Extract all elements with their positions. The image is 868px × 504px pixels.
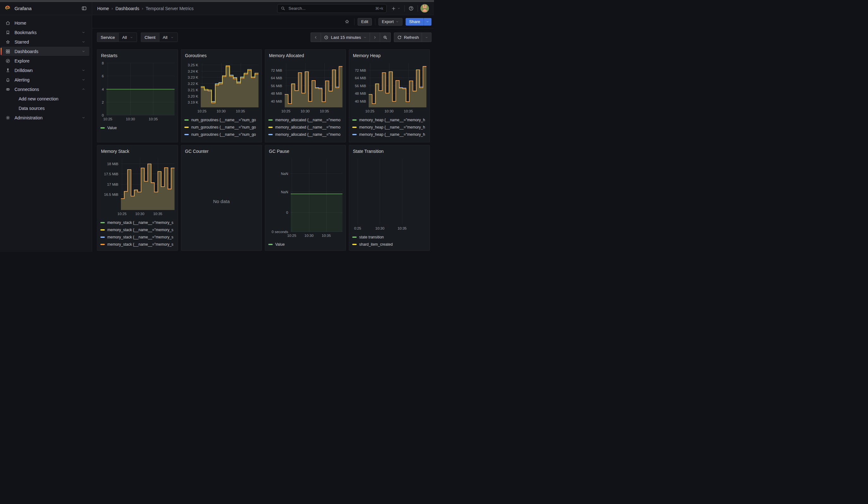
- x-axis: 10:2510:3010:35: [285, 109, 342, 114]
- sidebar-item-starred[interactable]: Starred: [1, 37, 89, 47]
- time-zoom-out-button[interactable]: [380, 32, 391, 42]
- plot-canvas[interactable]: [201, 63, 259, 107]
- chevron-down-icon[interactable]: [81, 30, 85, 34]
- time-range-picker[interactable]: Last 15 minutes: [321, 32, 370, 42]
- x-axis: 10:2510:3010:35: [291, 234, 342, 239]
- legend-item[interactable]: memory_heap {__name__="memory_h: [352, 131, 426, 138]
- sidebar-item-add-new-connection[interactable]: Add new connection: [1, 94, 89, 103]
- legend-item[interactable]: memory_stack {__name__="memory_s: [100, 219, 175, 226]
- legend-item[interactable]: num_goroutines {__name__="num_go: [184, 138, 259, 140]
- legend-series-label: num_goroutines {__name__="num_go: [191, 132, 256, 137]
- search-field[interactable]: [288, 6, 373, 11]
- plot-canvas[interactable]: [291, 159, 342, 232]
- legend-item[interactable]: Value: [100, 124, 175, 131]
- plot-canvas[interactable]: [285, 63, 342, 107]
- legend-item[interactable]: memory_allocated {__name__="memo: [268, 131, 342, 138]
- legend-item[interactable]: memory_allocated {__name__="memo: [268, 116, 342, 123]
- edit-button[interactable]: Edit: [358, 18, 372, 25]
- share-button[interactable]: Share: [406, 18, 424, 25]
- legend-series-label: memory_stack {__name__="memory_s: [107, 220, 173, 225]
- star-icon: [6, 40, 10, 44]
- panel-title[interactable]: Memory Stack: [100, 148, 175, 155]
- favorite-star-button[interactable]: [343, 18, 351, 25]
- sidebar-item-bookmarks[interactable]: Bookmarks: [1, 28, 89, 37]
- clock-icon: [324, 35, 329, 40]
- chevron-down-icon[interactable]: [81, 78, 85, 82]
- plot-canvas[interactable]: [106, 63, 175, 115]
- sidebar-item-connections[interactable]: Connections: [1, 85, 89, 94]
- chevron-down-icon: [425, 36, 428, 39]
- y-tick-label: 0 seconds: [272, 230, 288, 234]
- panel-title[interactable]: State Transition: [352, 148, 426, 155]
- x-tick-label: 0:25: [354, 226, 361, 230]
- sidebar-item-drilldown[interactable]: Drilldown: [1, 66, 89, 75]
- collapse-sidebar-button[interactable]: [81, 5, 87, 12]
- legend-series-marker: [100, 127, 105, 128]
- add-new-button[interactable]: [390, 5, 402, 12]
- legend-item[interactable]: memory_allocated {__name__="memo: [268, 123, 342, 131]
- panel-title[interactable]: Memory Allocated: [268, 52, 342, 59]
- legend-item[interactable]: memory_stack {__name__="memory_s: [100, 233, 175, 240]
- service-variable-select[interactable]: All: [118, 33, 137, 42]
- x-tick-label: 10:35: [149, 117, 158, 121]
- legend-item[interactable]: memory_heap {__name__="memory_h: [352, 138, 426, 140]
- client-variable-select[interactable]: All: [159, 33, 177, 42]
- share-menu-button[interactable]: [424, 18, 432, 25]
- y-tick-label: 0: [102, 113, 104, 117]
- plot-canvas[interactable]: [121, 159, 175, 210]
- time-back-button[interactable]: [311, 32, 321, 42]
- plot-area: 0 seconds0NaNNaN: [268, 159, 342, 232]
- legend-item[interactable]: memory_heap {__name__="memory_h: [352, 123, 426, 131]
- legend-item[interactable]: memory_stack {__name__="memory_s: [100, 240, 175, 248]
- panel-title[interactable]: GC Counter: [184, 148, 259, 155]
- plot-canvas[interactable]: [355, 159, 426, 225]
- sidebar-item-home[interactable]: Home: [1, 18, 89, 28]
- plot-canvas[interactable]: [369, 63, 426, 107]
- v-gridline: [402, 159, 402, 225]
- chevron-down-icon[interactable]: [81, 49, 85, 53]
- sidebar-item-explore[interactable]: Explore: [1, 56, 89, 65]
- legend-item[interactable]: memory_allocated {__name__="memo: [268, 138, 342, 140]
- breadcrumb-item[interactable]: Dashboards: [115, 6, 140, 11]
- y-tick-label: 3.21 K: [188, 88, 198, 92]
- top-navbar: Home›Dashboards›Temporal Server Metrics …: [92, 2, 434, 15]
- chevron-down-icon[interactable]: [81, 116, 85, 120]
- refresh-button[interactable]: Refresh: [394, 32, 422, 42]
- sidebar-item-administration[interactable]: Administration: [1, 113, 89, 122]
- legend-item[interactable]: state transition: [352, 233, 426, 240]
- panel-title[interactable]: Restarts: [100, 52, 175, 59]
- chevron-right-icon: [373, 35, 377, 40]
- breadcrumb-item[interactable]: Home: [97, 6, 109, 11]
- legend-item[interactable]: memory_stack {__name__="memory_s: [100, 226, 175, 233]
- export-button[interactable]: Export: [379, 18, 403, 25]
- y-tick-label: 64 MiB: [271, 76, 282, 80]
- dashboard-toolbar: Edit Export Share: [92, 15, 434, 28]
- chevron-up-icon[interactable]: [81, 87, 85, 91]
- legend-item[interactable]: shard_item_created: [352, 240, 426, 248]
- legend-item[interactable]: num_goroutines {__name__="num_go: [184, 131, 259, 138]
- legend-item[interactable]: memory_heap {__name__="memory_h: [352, 116, 426, 123]
- search-input[interactable]: ⌘+k: [277, 4, 387, 13]
- time-forward-button[interactable]: [370, 32, 380, 42]
- panel-title[interactable]: Goroutines: [184, 52, 259, 59]
- legend-series-label: memory_allocated {__name__="memo: [275, 140, 341, 140]
- nav-divider: [417, 6, 418, 12]
- y-tick-label: 48 MiB: [271, 92, 282, 95]
- legend-series-marker: [100, 237, 105, 238]
- chevron-down-icon[interactable]: [81, 40, 85, 44]
- legend-series-marker: [352, 237, 356, 238]
- panel-title[interactable]: GC Pause: [268, 148, 342, 155]
- sidebar-item-dashboards[interactable]: Dashboards: [1, 47, 89, 56]
- sidebar-item-data-sources[interactable]: Data sources: [1, 104, 89, 113]
- series-area: [285, 66, 342, 107]
- x-tick-label: 10:30: [304, 234, 314, 237]
- sidebar-item-alerting[interactable]: Alerting: [1, 75, 89, 84]
- user-avatar[interactable]: [421, 4, 429, 13]
- legend-item[interactable]: Value: [268, 240, 342, 248]
- refresh-interval-button[interactable]: [422, 32, 432, 42]
- legend-item[interactable]: num_goroutines {__name__="num_go: [184, 123, 259, 131]
- help-button[interactable]: [407, 4, 415, 12]
- legend-item[interactable]: num_goroutines {__name__="num_go: [184, 116, 259, 123]
- chevron-down-icon[interactable]: [81, 68, 85, 72]
- panel-title[interactable]: Memory Heap: [352, 52, 426, 59]
